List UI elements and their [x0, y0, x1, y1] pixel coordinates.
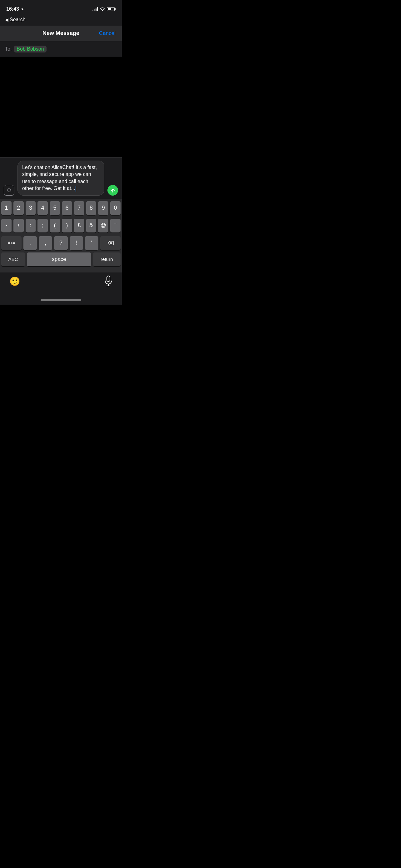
delete-key[interactable]: [100, 236, 121, 250]
key-9[interactable]: 9: [98, 201, 108, 215]
home-pill: [41, 299, 81, 301]
message-area: [0, 57, 122, 157]
status-bar: 16:43 ➤: [0, 0, 122, 16]
back-label: Search: [10, 17, 26, 23]
key-3[interactable]: 3: [26, 201, 36, 215]
text-cursor: [75, 186, 76, 191]
key-6[interactable]: 6: [62, 201, 72, 215]
key-ampersand[interactable]: &: [86, 219, 97, 232]
status-icons: [93, 7, 115, 11]
key-question[interactable]: ?: [54, 236, 67, 250]
location-icon: ➤: [21, 7, 24, 11]
key-return[interactable]: return: [93, 252, 121, 266]
key-slash[interactable]: /: [13, 219, 24, 232]
key-exclamation[interactable]: !: [70, 236, 83, 250]
key-space[interactable]: space: [27, 252, 91, 266]
status-time: 16:43: [6, 6, 19, 12]
to-field[interactable]: To: Bob Bobson: [0, 41, 122, 57]
message-input[interactable]: Let's chat on AliceChat! It's a fast, si…: [18, 161, 104, 195]
key-2[interactable]: 2: [13, 201, 24, 215]
key-1[interactable]: 1: [1, 201, 11, 215]
page-title: New Message: [42, 30, 79, 36]
message-text: Let's chat on AliceChat! It's a fast, si…: [22, 165, 97, 191]
bottom-toolbar: 🙂: [0, 273, 122, 297]
emoji-icon[interactable]: 🙂: [9, 276, 20, 286]
symbol-row: - / : ; ( ) £ & @ ": [0, 216, 122, 234]
bottom-row: ABC space return: [0, 251, 122, 273]
key-8[interactable]: 8: [86, 201, 97, 215]
key-quote[interactable]: ": [110, 219, 121, 232]
nav-bar: New Message Cancel: [0, 26, 122, 41]
key-at[interactable]: @: [98, 219, 108, 232]
recipient-chip[interactable]: Bob Bobson: [14, 45, 46, 53]
key-7[interactable]: 7: [74, 201, 84, 215]
key-open-paren[interactable]: (: [49, 219, 60, 232]
signal-icon: [93, 7, 98, 11]
to-label: To:: [5, 46, 11, 52]
back-chevron-icon: ◀: [5, 17, 8, 22]
battery-icon: [107, 7, 115, 11]
key-semicolon[interactable]: ;: [37, 219, 48, 232]
key-comma[interactable]: ,: [39, 236, 52, 250]
wifi-icon: [100, 7, 105, 11]
key-close-paren[interactable]: ): [62, 219, 72, 232]
mic-icon[interactable]: [104, 276, 112, 287]
action-row: #+= . , ? ! ': [0, 234, 122, 251]
home-indicator: [0, 297, 122, 305]
key-0[interactable]: 0: [110, 201, 121, 215]
key-5[interactable]: 5: [49, 201, 60, 215]
cancel-button[interactable]: Cancel: [99, 30, 115, 36]
key-pound[interactable]: £: [74, 219, 84, 232]
send-button[interactable]: [107, 185, 118, 195]
keyboard[interactable]: 1 2 3 4 5 6 7 8 9 0 - / : ; ( ) £ & @ " …: [0, 199, 122, 273]
key-colon[interactable]: :: [26, 219, 36, 232]
expand-button[interactable]: [4, 185, 14, 195]
svg-rect-0: [107, 276, 110, 281]
number-row: 1 2 3 4 5 6 7 8 9 0: [0, 199, 122, 216]
key-period[interactable]: .: [24, 236, 37, 250]
key-abc[interactable]: ABC: [1, 252, 25, 266]
key-dash[interactable]: -: [1, 219, 11, 232]
back-bar[interactable]: ◀ Search: [0, 16, 122, 26]
key-hashplusequals[interactable]: #+=: [1, 236, 22, 250]
key-apostrophe[interactable]: ': [85, 236, 98, 250]
key-4[interactable]: 4: [37, 201, 48, 215]
input-bar: Let's chat on AliceChat! It's a fast, si…: [0, 157, 122, 199]
